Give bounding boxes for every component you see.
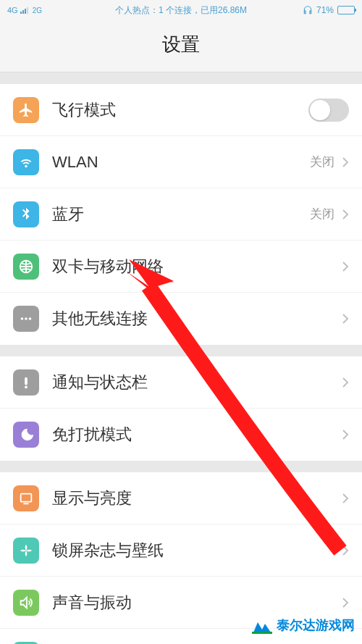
svg-point-5: [25, 317, 28, 320]
more-icon: [13, 306, 39, 332]
chevron-icon: [342, 156, 349, 168]
bluetooth-row[interactable]: 蓝牙 关闭: [0, 188, 362, 241]
wallpaper-icon: [13, 538, 39, 564]
moon-icon: [13, 422, 39, 448]
chevron-icon: [342, 545, 349, 556]
chevron-icon: [342, 429, 349, 440]
battery-icon: [337, 6, 355, 14]
svg-rect-9: [21, 493, 32, 501]
sound-label: 声音与振动: [52, 592, 342, 614]
sim-label: 双卡与移动网络: [52, 256, 342, 277]
airplane-mode-row[interactable]: 飞行模式: [0, 84, 362, 136]
settings-group-connectivity: 飞行模式 WLAN 关闭 蓝牙 关闭 双卡与移动网络 其他无线连接: [0, 84, 362, 345]
wlan-value: 关闭: [310, 154, 334, 170]
dnd-label: 免打扰模式: [52, 424, 342, 446]
chevron-icon: [342, 261, 349, 272]
watermark: 泰尔达游戏网: [252, 616, 355, 634]
svg-point-6: [29, 317, 32, 320]
svg-rect-11: [252, 632, 272, 634]
sim-icon: [13, 254, 39, 280]
wallpaper-row[interactable]: 锁屏杂志与壁纸: [0, 524, 362, 577]
watermark-logo-icon: [252, 616, 272, 634]
notification-row[interactable]: 通知与状态栏: [0, 356, 362, 409]
sound-icon: [13, 590, 39, 616]
bluetooth-value: 关闭: [310, 206, 334, 222]
notification-icon: [13, 369, 39, 396]
bluetooth-label: 蓝牙: [52, 204, 310, 225]
display-row[interactable]: 显示与亮度: [0, 472, 362, 524]
status-hotspot: 个人热点：1 个连接，已用26.86M: [115, 4, 247, 17]
other-wireless-label: 其他无线连接: [52, 308, 342, 330]
svg-rect-2: [25, 9, 26, 14]
page-title: 设置: [0, 20, 362, 72]
wlan-row[interactable]: WLAN 关闭: [0, 136, 362, 188]
airplane-label: 飞行模式: [52, 99, 308, 121]
display-label: 显示与亮度: [52, 488, 342, 509]
wifi-icon: [13, 149, 39, 175]
status-bar: 4G 2G 个人热点：1 个连接，已用26.86M 71%: [0, 0, 362, 20]
display-icon: [13, 485, 39, 511]
chevron-icon: [342, 209, 349, 220]
airplane-toggle[interactable]: [308, 99, 349, 122]
svg-rect-1: [22, 10, 24, 14]
battery-percent: 71%: [316, 5, 334, 15]
settings-group-notifications: 通知与状态栏 免打扰模式: [0, 356, 362, 461]
status-signal: 4G 2G: [7, 6, 42, 14]
other-wireless-row[interactable]: 其他无线连接: [0, 293, 362, 345]
wallpaper-label: 锁屏杂志与壁纸: [52, 540, 342, 561]
airplane-icon: [13, 97, 39, 123]
headphone-icon: [303, 5, 313, 15]
chevron-icon: [342, 377, 349, 388]
notification-label: 通知与状态栏: [52, 372, 342, 393]
svg-point-8: [25, 385, 28, 388]
status-right: 71%: [303, 5, 355, 15]
svg-rect-7: [25, 377, 28, 385]
chevron-icon: [342, 493, 349, 504]
sim-row[interactable]: 双卡与移动网络: [0, 241, 362, 293]
dnd-row[interactable]: 免打扰模式: [0, 409, 362, 461]
svg-rect-3: [27, 7, 28, 14]
chevron-icon: [342, 313, 349, 325]
bluetooth-icon: [13, 201, 39, 227]
chevron-icon: [342, 597, 349, 609]
svg-point-4: [21, 317, 24, 320]
wlan-label: WLAN: [52, 153, 310, 172]
svg-rect-0: [20, 12, 22, 14]
watermark-text: 泰尔达游戏网: [277, 616, 355, 634]
